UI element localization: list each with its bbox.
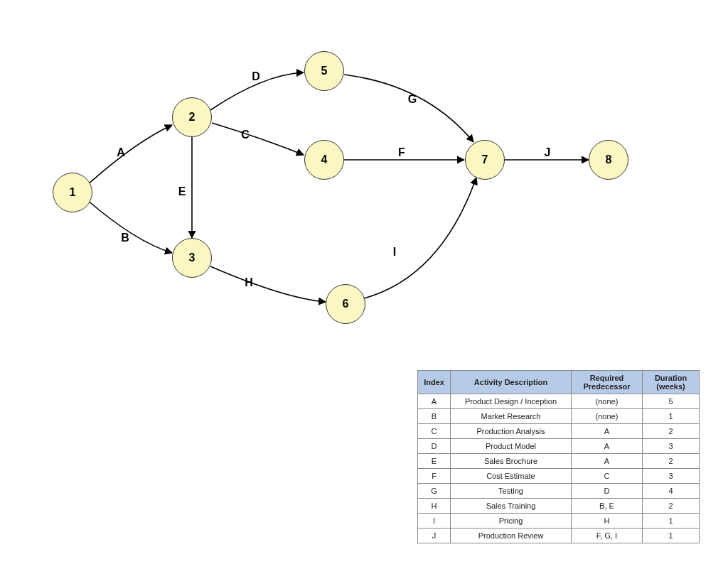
table-body: A Product Design / Inception (none) 5 B … [418,394,700,543]
table-row: I Pricing H 1 [418,514,700,529]
node-label: 7 [482,153,488,166]
node-label: 5 [321,65,328,77]
th-pred: Required Predecessor [572,371,643,394]
table-row: F Cost Estimate C 3 [418,469,700,484]
node-4: 4 [304,140,344,180]
edge-label-A: A [117,146,125,159]
table-row: J Production Review F, G, I 1 [418,529,700,543]
edge-label-D: D [252,70,260,83]
table-row: A Product Design / Inception (none) 5 [418,394,700,409]
th-desc: Activity Description [451,371,572,394]
node-label: 6 [343,298,349,310]
node-7: 7 [465,140,505,180]
table-row: B Market Research (none) 1 [418,409,700,424]
node-2: 2 [172,97,212,137]
edge-B [87,200,172,253]
edge-label-E: E [178,185,186,198]
node-label: 2 [189,111,196,124]
edge-H [210,266,326,302]
edge-A [87,125,172,185]
edge-I [364,178,476,298]
edge-label-J: J [545,146,551,159]
node-label: 1 [70,186,76,199]
node-3: 3 [172,238,212,278]
table-header-row: Index Activity Description Required Pred… [418,371,700,394]
table-row: E Sales Brochure A 2 [418,454,700,469]
node-label: 8 [606,153,612,166]
table-row: C Production Analysis A 2 [418,424,700,439]
edge-label-F: F [398,146,405,159]
edge-label-B: B [121,232,129,244]
activity-table: Index Activity Description Required Pred… [417,370,700,543]
th-index: Index [418,371,451,394]
table-row: H Sales Training B, E 2 [418,499,700,514]
node-label: 3 [189,251,196,264]
table-row: D Product Model A 3 [418,439,700,454]
node-6: 6 [326,284,365,324]
table-row: G Testing D 4 [418,484,700,499]
diagram-canvas: 1 2 3 4 5 6 7 8 A B C D E F G H I J Inde… [0,0,728,569]
node-1: 1 [53,173,92,212]
th-dur: Duration (weeks) [643,371,700,394]
node-5: 5 [304,51,344,91]
edge-label-C: C [241,129,250,141]
edge-C [212,123,304,155]
node-8: 8 [589,140,628,180]
edge-G [344,75,473,142]
edge-label-G: G [408,93,417,106]
node-label: 4 [321,153,328,166]
edge-label-H: H [245,276,253,289]
edge-label-I: I [393,246,396,259]
